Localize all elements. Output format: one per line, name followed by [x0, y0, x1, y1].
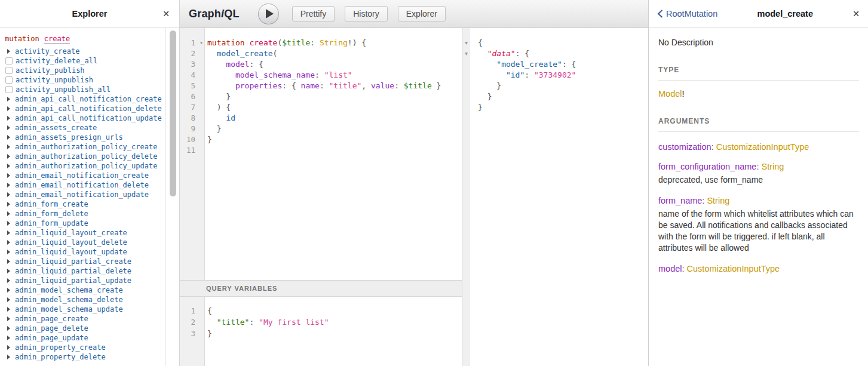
explorer-field-item[interactable]: admin_page_create: [5, 314, 165, 324]
explorer-field-item[interactable]: admin_api_call_notification_update: [5, 113, 165, 123]
fold-arrow-icon[interactable]: ▾: [465, 50, 468, 57]
expand-arrow-icon[interactable]: [7, 307, 10, 312]
argument-type-link[interactable]: CustomizationInputType: [687, 264, 780, 273]
fold-gutter-cell: [462, 102, 470, 113]
field-label: admin_api_call_notification_create: [15, 95, 162, 103]
line-number: 10: [180, 134, 204, 145]
explorer-field-item[interactable]: admin_assets_presign_urls: [5, 133, 165, 142]
explorer-field-item[interactable]: admin_property_delete: [5, 352, 165, 362]
expand-arrow-icon[interactable]: [7, 97, 10, 102]
explorer-field-item[interactable]: activity_publish: [5, 66, 165, 75]
explorer-field-item[interactable]: admin_liquid_layout_delete: [5, 238, 165, 247]
explorer-field-item[interactable]: admin_authorization_policy_delete: [5, 152, 165, 161]
field-checkbox[interactable]: [5, 67, 13, 74]
expand-arrow-icon[interactable]: [7, 316, 10, 321]
line-number: 4: [180, 70, 204, 81]
expand-arrow-icon[interactable]: [7, 297, 10, 302]
explorer-field-item[interactable]: admin_model_schema_update: [5, 305, 165, 314]
explorer-field-item[interactable]: admin_liquid_layout_update: [5, 247, 165, 257]
expand-arrow-icon[interactable]: [7, 183, 10, 187]
close-icon[interactable]: ✕: [852, 10, 860, 18]
explorer-field-item[interactable]: activity_unpublish: [5, 75, 165, 85]
field-label: activity_delete_all: [16, 57, 97, 65]
explorer-field-item[interactable]: admin_email_notification_delete: [5, 180, 165, 190]
argument-type-link[interactable]: String: [762, 162, 784, 171]
explorer-field-item[interactable]: admin_email_notification_update: [5, 190, 165, 199]
explorer-field-item[interactable]: admin_authorization_policy_update: [5, 161, 165, 171]
query-editor-code[interactable]: mutation create($title: String!) { model…: [205, 28, 462, 280]
line-number: 1▾: [180, 38, 204, 48]
explorer-field-item[interactable]: admin_page_delete: [5, 324, 165, 333]
type-link[interactable]: Model: [658, 89, 682, 99]
expand-arrow-icon[interactable]: [7, 135, 10, 140]
argument-name-link[interactable]: model: [658, 264, 682, 273]
explorer-field-item[interactable]: activity_create: [5, 47, 165, 56]
explorer-scrollbar-thumb[interactable]: [170, 30, 176, 196]
expand-arrow-icon[interactable]: [7, 230, 10, 235]
expand-arrow-icon[interactable]: [7, 355, 10, 359]
expand-arrow-icon[interactable]: [7, 116, 10, 121]
query-editor[interactable]: 1▾234567891011 mutation create($title: S…: [180, 28, 462, 280]
argument-type-link[interactable]: CustomizationInputType: [716, 142, 809, 152]
expand-arrow-icon[interactable]: [7, 144, 10, 149]
expand-arrow-icon[interactable]: [7, 173, 10, 178]
expand-arrow-icon[interactable]: [7, 345, 10, 350]
argument-type-link[interactable]: String: [707, 196, 729, 205]
explorer-field-item[interactable]: admin_form_update: [5, 219, 165, 228]
fold-arrow-icon[interactable]: ▾: [465, 39, 468, 46]
explorer-field-item[interactable]: admin_form_create: [5, 199, 165, 209]
expand-arrow-icon[interactable]: [7, 326, 10, 331]
history-button[interactable]: History: [345, 6, 388, 21]
argument-name-link[interactable]: customization: [658, 142, 711, 152]
variables-editor[interactable]: 123 { "title": "My first list"}: [180, 297, 462, 366]
explorer-field-item[interactable]: admin_api_call_notification_create: [5, 94, 165, 104]
execute-query-button[interactable]: [258, 4, 279, 24]
explorer-field-item[interactable]: admin_page_update: [5, 333, 165, 343]
expand-arrow-icon[interactable]: [7, 221, 10, 226]
expand-arrow-icon[interactable]: [7, 49, 10, 54]
expand-arrow-icon[interactable]: [7, 336, 10, 340]
field-checkbox[interactable]: [5, 86, 13, 93]
explorer-field-item[interactable]: admin_assets_create: [5, 123, 165, 133]
explorer-field-item[interactable]: admin_api_call_notification_delete: [5, 104, 165, 113]
explorer-field-item[interactable]: admin_email_notification_create: [5, 171, 165, 180]
expand-arrow-icon[interactable]: [7, 192, 10, 197]
explorer-field-item[interactable]: admin_model_schema_create: [5, 285, 165, 295]
expand-arrow-icon[interactable]: [7, 154, 10, 159]
close-icon[interactable]: ✕: [162, 10, 170, 18]
explorer-field-item[interactable]: admin_liquid_partial_update: [5, 276, 165, 285]
explorer-field-item[interactable]: admin_property_create: [5, 343, 165, 352]
expand-arrow-icon[interactable]: [7, 106, 10, 111]
explorer-field-item[interactable]: activity_delete_all: [5, 56, 165, 66]
fold-arrow-icon[interactable]: ▾: [200, 38, 203, 48]
expand-arrow-icon[interactable]: [7, 240, 10, 245]
expand-arrow-icon[interactable]: [7, 211, 10, 216]
expand-arrow-icon[interactable]: [7, 164, 10, 168]
explorer-field-item[interactable]: admin_liquid_partial_delete: [5, 266, 165, 276]
expand-arrow-icon[interactable]: [7, 250, 10, 254]
variables-editor-code[interactable]: { "title": "My first list"}: [205, 297, 462, 366]
response-fold-gutter: ▾▾: [462, 28, 470, 366]
expand-arrow-icon[interactable]: [7, 259, 10, 264]
expand-arrow-icon[interactable]: [7, 202, 10, 207]
explorer-field-item[interactable]: admin_authorization_policy_create: [5, 142, 165, 152]
line-number: 2: [180, 316, 204, 328]
explorer-field-item[interactable]: admin_liquid_partial_create: [5, 257, 165, 266]
operation-name-input[interactable]: create: [44, 35, 70, 44]
field-checkbox[interactable]: [5, 57, 13, 64]
argument-name-link[interactable]: form_name: [658, 196, 702, 205]
expand-arrow-icon[interactable]: [7, 288, 10, 293]
query-variables-bar[interactable]: QUERY VARIABLES: [180, 280, 462, 297]
field-checkbox[interactable]: [5, 76, 13, 84]
explorer-field-item[interactable]: admin_model_schema_delete: [5, 295, 165, 305]
prettify-button[interactable]: Prettify: [292, 6, 335, 21]
argument-name-link[interactable]: form_configuration_name: [658, 162, 756, 171]
explorer-field-item[interactable]: admin_form_delete: [5, 209, 165, 219]
explorer-field-item[interactable]: activity_unpublish_all: [5, 85, 165, 94]
explorer-button[interactable]: Explorer: [398, 6, 446, 21]
explorer-field-item[interactable]: admin_liquid_layout_create: [5, 228, 165, 238]
expand-arrow-icon[interactable]: [7, 269, 10, 273]
expand-arrow-icon[interactable]: [7, 125, 10, 130]
doc-back-link[interactable]: RootMutation: [657, 9, 717, 19]
expand-arrow-icon[interactable]: [7, 278, 10, 283]
